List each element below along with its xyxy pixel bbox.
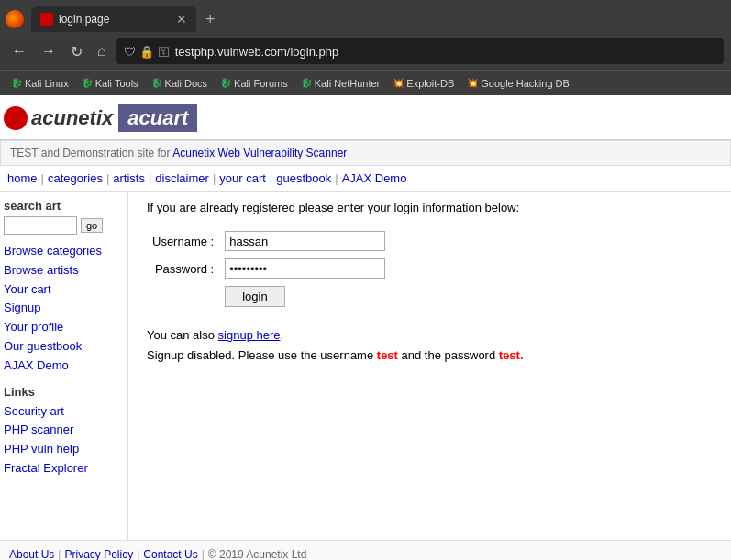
login-button[interactable]: login	[225, 286, 284, 307]
sidebar-php-scanner[interactable]: PHP scanner	[4, 421, 127, 440]
sidebar-fractal-explorer[interactable]: Fractal Explorer	[4, 459, 127, 478]
sidebar: search art go Browse categories Browse a…	[0, 192, 128, 540]
go-button[interactable]: go	[81, 218, 103, 233]
signup-period: .	[281, 328, 284, 342]
search-input[interactable]	[4, 216, 77, 235]
acunetix-logo: acunetix	[4, 106, 113, 130]
bookmark-kali-tools[interactable]: 🐉 Kali Tools	[76, 76, 144, 91]
password-input[interactable]	[225, 258, 385, 279]
links-section-title: Links	[4, 385, 127, 399]
bookmarks-bar: 🐉 Kali Linux 🐉 Kali Tools 🐉 Kali Docs 🐉 …	[0, 70, 731, 95]
nav-your-cart[interactable]: your cart	[216, 171, 270, 185]
bookmark-label: Kali Tools	[95, 78, 138, 89]
signup-prefix: You can also	[147, 328, 215, 342]
acunetix-icon	[4, 106, 28, 130]
and-text: and the password	[402, 348, 496, 362]
bookmark-label: Kali Linux	[25, 78, 69, 89]
sidebar-ajax-demo[interactable]: AJAX Demo	[4, 357, 127, 376]
main-nav: home | categories | artists | disclaimer…	[0, 166, 731, 192]
banner-prefix: TEST and Demonstration site for	[10, 147, 171, 159]
sidebar-browse-categories[interactable]: Browse categories	[4, 242, 127, 261]
acunetix-text: acunetix	[31, 106, 113, 130]
username-input[interactable]	[225, 231, 385, 251]
acuart-logo: acuart	[118, 104, 197, 132]
signup-link[interactable]: signup here	[218, 328, 281, 342]
login-btn-row: login	[147, 282, 391, 311]
footer: About Us | Privacy Policy | Contact Us |…	[0, 540, 731, 560]
login-content: If you are already registered please ent…	[128, 192, 731, 540]
nav-disclaimer[interactable]: disclaimer	[151, 171, 213, 185]
forward-button[interactable]: →	[37, 41, 61, 61]
main-layout: search art go Browse categories Browse a…	[0, 192, 731, 540]
sidebar-your-cart[interactable]: Your cart	[4, 280, 127, 300]
tab-favicon	[40, 13, 53, 26]
logo-area: acunetix acuart	[0, 95, 731, 140]
bookmark-kali-forums[interactable]: 🐉 Kali Forums	[215, 76, 294, 91]
footer-about[interactable]: About Us	[9, 548, 54, 560]
nav-categories[interactable]: categories	[44, 171, 106, 185]
bookmark-label: Kali Docs	[165, 78, 207, 89]
tab-close-button[interactable]: ✕	[176, 12, 187, 27]
back-button[interactable]: ←	[7, 41, 31, 61]
signup-note: You can also signup here. Signup disable…	[147, 325, 713, 366]
reload-button[interactable]: ↻	[66, 41, 87, 62]
footer-privacy[interactable]: Privacy Policy	[64, 548, 133, 560]
password-row: Password :	[147, 255, 391, 282]
signup-disabled-note: Signup disabled. Please use the username	[147, 348, 373, 362]
bookmark-label: Exploit-DB	[406, 78, 454, 89]
bookmark-kali-nethunter[interactable]: 🐉 Kali NetHunter	[295, 76, 386, 91]
test-username: test	[377, 348, 398, 362]
browser-controls: ← → ↻ ⌂ 🛡 🔒 ⚿	[0, 33, 731, 70]
nav-artists[interactable]: artists	[109, 171, 149, 185]
tab-title: login page	[59, 13, 171, 26]
password-label: Password :	[147, 255, 219, 282]
firefox-icon	[6, 10, 24, 28]
sidebar-browse-artists[interactable]: Browse artists	[4, 261, 127, 280]
search-row: go	[4, 216, 127, 235]
nav-home[interactable]: home	[4, 171, 41, 185]
page-wrapper: acunetix acuart TEST and Demonstration s…	[0, 95, 731, 560]
username-row: Username :	[147, 227, 391, 255]
footer-contact[interactable]: Contact Us	[143, 548, 197, 560]
bookmark-exploit-db[interactable]: 💥 Exploit-DB	[387, 76, 460, 91]
username-label: Username :	[147, 227, 219, 255]
new-tab-button[interactable]: +	[200, 10, 221, 29]
test-password: test.	[499, 348, 524, 362]
home-button[interactable]: ⌂	[93, 41, 111, 61]
login-form: Username : Password : login	[147, 227, 391, 311]
footer-copyright: © 2019 Acunetix Ltd	[208, 548, 307, 560]
bookmark-label: Kali NetHunter	[315, 78, 381, 89]
nav-guestbook[interactable]: guestbook	[272, 171, 335, 185]
bookmark-label: Kali Forums	[234, 78, 288, 89]
nav-ajax-demo[interactable]: AJAX Demo	[338, 171, 411, 185]
bookmark-ghdb[interactable]: 💥 Google Hacking DB	[461, 76, 575, 91]
sidebar-security-art[interactable]: Security art	[4, 402, 127, 422]
address-input[interactable]	[175, 45, 716, 59]
banner-link[interactable]: Acunetix Web Vulnerability Scanner	[172, 147, 347, 159]
address-bar-wrapper: 🛡 🔒 ⚿	[116, 38, 724, 64]
bookmark-kali-docs[interactable]: 🐉 Kali Docs	[146, 76, 213, 91]
tab-bar: login page ✕ +	[0, 0, 731, 33]
login-heading: If you are already registered please ent…	[147, 201, 713, 214]
browser-window: login page ✕ + ← → ↻ ⌂ 🛡 🔒 ⚿ 🐉 Kali Linu…	[0, 0, 731, 95]
bookmark-kali-linux[interactable]: 🐉 Kali Linux	[6, 76, 74, 91]
sidebar-your-profile[interactable]: Your profile	[4, 318, 127, 337]
sidebar-php-vuln-help[interactable]: PHP vuln help	[4, 440, 127, 459]
active-tab[interactable]: login page ✕	[31, 6, 196, 32]
sidebar-our-guestbook[interactable]: Our guestbook	[4, 337, 127, 357]
bookmark-label: Google Hacking DB	[481, 78, 570, 89]
security-icon: 🛡 🔒 ⚿	[124, 45, 170, 59]
sidebar-signup[interactable]: Signup	[4, 299, 127, 318]
search-section-title: search art	[4, 199, 127, 213]
test-banner: TEST and Demonstration site for Acunetix…	[0, 140, 731, 166]
